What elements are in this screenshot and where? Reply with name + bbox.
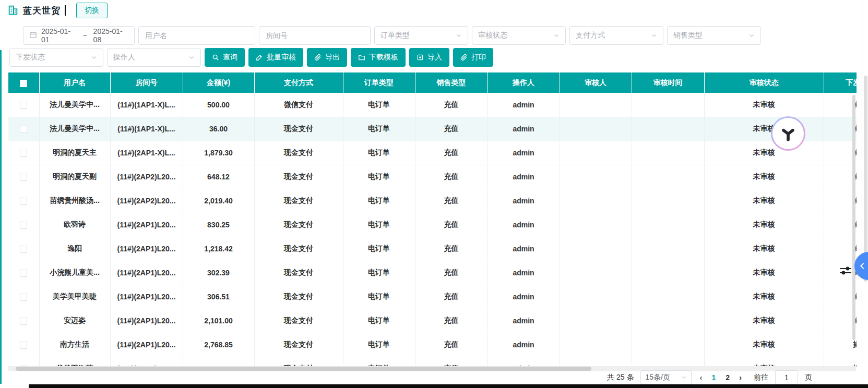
row-checkbox[interactable] — [20, 198, 27, 205]
cell-action[interactable]: 操作 — [824, 285, 857, 309]
column-header-operator: 操作人 — [487, 72, 560, 93]
row-checkbox[interactable] — [20, 270, 27, 277]
cell-action[interactable]: 操作 — [824, 357, 857, 367]
cell-action[interactable]: 操作 — [824, 165, 857, 189]
cell-action[interactable]: 操作 — [824, 117, 857, 141]
sliders-icon[interactable] — [839, 265, 852, 278]
print-button[interactable]: 打印 — [453, 48, 493, 67]
row-checkbox[interactable] — [20, 342, 27, 349]
cell-sale: 充值 — [415, 237, 487, 261]
room-number-input[interactable] — [259, 26, 371, 45]
cell-audit_time — [632, 165, 704, 189]
cell-audit_time — [632, 261, 704, 285]
cell-action[interactable]: 操作 — [824, 237, 857, 261]
cell-auditor — [560, 141, 632, 165]
page-vertical-scrollbar-thumb[interactable] — [864, 76, 867, 282]
row-checkbox[interactable] — [20, 294, 27, 301]
assistant-logo-icon[interactable] — [771, 116, 805, 151]
cell-action[interactable]: 操作 — [824, 213, 857, 237]
cell-audit_time — [632, 237, 704, 261]
export-button[interactable]: 导出 — [307, 48, 347, 67]
order-type-select[interactable]: 订单类型 — [374, 26, 468, 45]
horizontal-scrollbar-thumb[interactable] — [16, 367, 591, 371]
cell-user: 法儿曼美学中... — [39, 117, 110, 141]
pay-method-placeholder: 支付方式 — [576, 31, 605, 40]
row-checkbox[interactable] — [20, 102, 27, 109]
cell-audit_time — [632, 285, 704, 309]
cell-action[interactable]: 操作 — [824, 93, 857, 117]
batch-audit-button[interactable]: 批量审核 — [248, 48, 303, 67]
page-size-select[interactable]: 15条/页 — [640, 370, 692, 384]
row-checkbox[interactable] — [20, 174, 27, 181]
row-select-cell — [8, 285, 39, 309]
column-header-pay: 支付方式 — [254, 72, 343, 93]
cell-user: 美学美甲美睫 — [39, 285, 110, 309]
cell-operator: admin — [487, 309, 560, 333]
cell-operator: admin — [487, 357, 560, 367]
query-button[interactable]: 查询 — [205, 48, 245, 67]
cell-room: (11#)(2AP2)L20... — [110, 189, 183, 213]
table-row: 南方生活(11#)(2AP1)L20...2,768.85现金支付电订单充值ad… — [8, 333, 857, 357]
cell-operator: admin — [487, 141, 560, 165]
column-header-auditor: 审核人 — [560, 72, 632, 93]
cell-audit_time — [632, 309, 704, 333]
row-checkbox[interactable] — [20, 246, 27, 253]
cell-audit_status: 未审核 — [704, 357, 824, 367]
row-checkbox[interactable] — [20, 222, 27, 229]
cell-user: 爸爸不泡茶 — [39, 357, 110, 367]
switch-button[interactable]: 切换 — [76, 3, 108, 18]
chevron-down-icon — [651, 32, 657, 39]
select-all-checkbox[interactable] — [20, 80, 27, 87]
audit-status-select[interactable]: 审核状态 — [472, 26, 566, 45]
top-bar: 蓝天世贸 切换 — [7, 3, 108, 18]
cell-action[interactable]: 操作 — [824, 333, 857, 357]
right-divider-line — [862, 0, 862, 384]
chevron-down-icon — [188, 54, 195, 60]
table-vertical-scrollbar-thumb[interactable] — [852, 95, 855, 340]
row-select-cell — [8, 189, 39, 213]
cell-audit_status: 未审核 — [704, 237, 824, 261]
cell-action[interactable]: 操作 — [824, 189, 857, 213]
row-checkbox[interactable] — [20, 150, 27, 157]
row-select-cell — [8, 117, 39, 141]
sale-type-select[interactable]: 销售类型 — [667, 26, 761, 45]
goto-page-input[interactable] — [775, 370, 798, 384]
table-row: 欧羽诗(11#)(2AP1)L20...830.25现金支付电订单充值admin… — [8, 213, 857, 237]
cell-action[interactable]: 操作 — [824, 309, 857, 333]
page-number-2[interactable]: 2 — [724, 373, 731, 382]
next-page-button[interactable]: › — [738, 373, 743, 382]
prev-page-button[interactable]: ‹ — [698, 373, 703, 382]
cell-sale: 充值 — [415, 93, 487, 117]
operator-select[interactable]: 操作人 — [107, 48, 201, 67]
import-button[interactable]: 导入 — [409, 48, 449, 67]
pay-method-select[interactable]: 支付方式 — [569, 26, 663, 45]
cell-user: 法儿曼美学中... — [39, 93, 110, 117]
operator-placeholder: 操作人 — [113, 53, 135, 62]
cell-audit_time — [632, 333, 704, 357]
cell-sale: 充值 — [415, 117, 487, 141]
cell-operator: admin — [487, 333, 560, 357]
cell-pay: 现金支付 — [254, 189, 343, 213]
sale-type-placeholder: 销售类型 — [673, 31, 703, 40]
table-row: 爸爸不泡茶(11#)(1AP1)L10...576.30现金支付电订单充值adm… — [8, 357, 857, 367]
cell-room: (11#)(2AP1)L20... — [110, 309, 183, 333]
cell-action[interactable]: 操作 — [824, 141, 857, 165]
dispatch-status-select[interactable]: 下发状态 — [9, 48, 103, 67]
cell-amount: 2,101.00 — [183, 309, 254, 333]
page-number-1[interactable]: 1 — [710, 373, 717, 382]
cell-auditor — [560, 213, 632, 237]
pen-icon — [256, 54, 263, 61]
chevron-down-icon — [748, 32, 755, 39]
cell-auditor — [560, 285, 632, 309]
goto-label: 前往 — [754, 373, 768, 382]
cell-amount: 830.25 — [183, 213, 254, 237]
cell-order: 电订单 — [343, 165, 415, 189]
cell-operator: admin — [487, 117, 560, 141]
username-input[interactable] — [138, 26, 255, 45]
row-checkbox[interactable] — [20, 126, 27, 133]
date-range-picker[interactable]: 2025-01-01 ~ 2025-01-08 — [23, 26, 135, 45]
cell-user: 南方生活 — [39, 333, 110, 357]
download-template-button[interactable]: 下载模板 — [351, 48, 406, 67]
row-checkbox[interactable] — [20, 318, 27, 325]
cell-operator: admin — [487, 165, 560, 189]
